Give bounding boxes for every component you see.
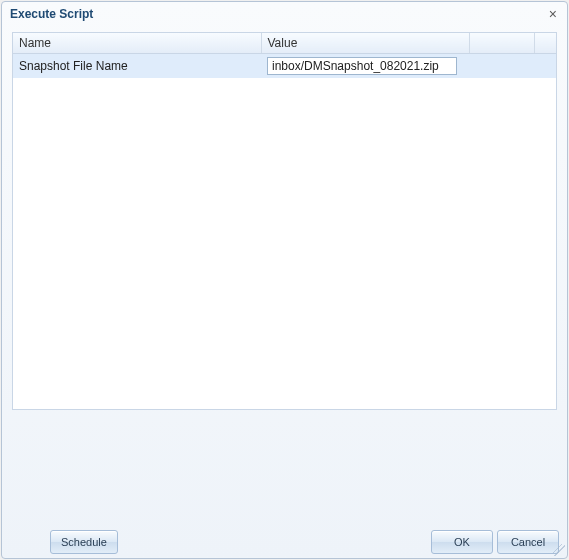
parameter-panel: Name Value Snapshot File Name xyxy=(12,32,557,410)
table-row[interactable]: Snapshot File Name xyxy=(13,54,556,79)
schedule-button[interactable]: Schedule xyxy=(50,530,118,554)
snapshot-file-name-input[interactable] xyxy=(267,57,457,75)
resize-grip-icon[interactable] xyxy=(553,544,565,556)
close-icon[interactable]: × xyxy=(547,5,559,23)
param-name-cell: Snapshot File Name xyxy=(13,54,261,79)
table-header-row: Name Value xyxy=(13,33,556,54)
parameter-table: Name Value Snapshot File Name xyxy=(13,33,556,78)
col-header-value[interactable]: Value xyxy=(261,33,469,54)
col-header-blank xyxy=(469,33,534,54)
col-header-scroll xyxy=(534,33,556,54)
ok-button[interactable]: OK xyxy=(431,530,493,554)
col-header-name[interactable]: Name xyxy=(13,33,261,54)
execute-script-dialog: Execute Script × Name Value Snapshot Fil… xyxy=(1,1,568,559)
cancel-button[interactable]: Cancel xyxy=(497,530,559,554)
button-bar: Schedule OK Cancel xyxy=(2,526,567,558)
title-bar: Execute Script × xyxy=(2,2,567,26)
param-value-cell xyxy=(261,54,469,79)
dialog-title: Execute Script xyxy=(10,7,93,21)
